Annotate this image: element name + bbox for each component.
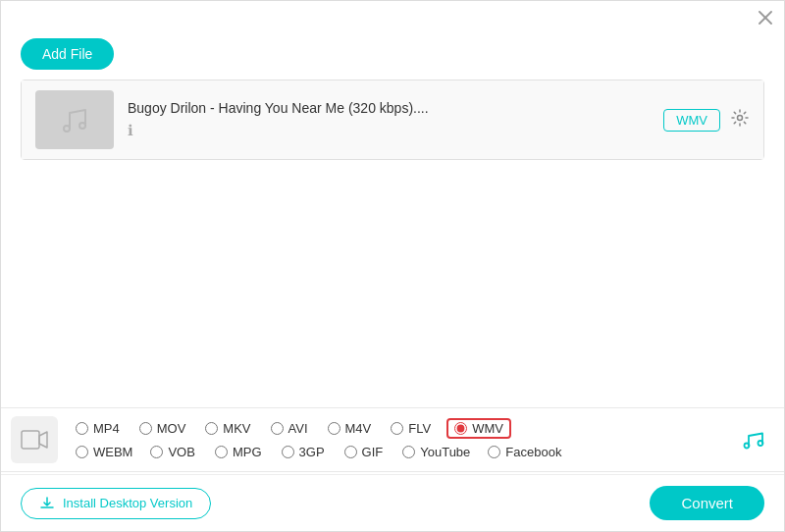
format-option-flv[interactable]: FLV	[387, 418, 435, 439]
music-icon	[56, 101, 93, 138]
format-option-mkv[interactable]: MKV	[201, 418, 254, 439]
format-bar: MP4 MOV MKV AVI M4V FLV WMV	[1, 407, 784, 472]
format-radio-facebook[interactable]	[488, 446, 500, 458]
convert-button[interactable]: Convert	[650, 486, 764, 520]
format-option-mpg[interactable]: MPG	[211, 443, 266, 461]
format-options-grid: MP4 MOV MKV AVI M4V FLV WMV	[72, 418, 727, 461]
format-option-m4v[interactable]: M4V	[324, 418, 376, 439]
settings-icon[interactable]	[730, 108, 750, 133]
format-radio-3gp[interactable]	[282, 446, 294, 458]
format-option-webm[interactable]: WEBM	[72, 443, 136, 461]
download-icon	[39, 496, 55, 511]
toolbar: Add File	[1, 32, 784, 80]
format-row-2: WEBM VOB MPG 3GP GIF YouTube Facebook	[72, 443, 727, 461]
format-option-gif[interactable]: GIF	[340, 443, 388, 461]
format-option-avi[interactable]: AVI	[267, 418, 312, 439]
format-radio-avi[interactable]	[271, 422, 284, 435]
add-file-button[interactable]: Add File	[21, 38, 114, 70]
format-radio-m4v[interactable]	[328, 422, 340, 435]
file-thumbnail	[35, 90, 114, 149]
format-row-1: MP4 MOV MKV AVI M4V FLV WMV	[72, 418, 727, 439]
install-desktop-button[interactable]: Install Desktop Version	[21, 488, 211, 519]
file-item: Bugoy Drilon - Having You Near Me (320 k…	[22, 80, 763, 159]
svg-point-6	[745, 444, 750, 449]
format-option-youtube[interactable]: YouTube	[398, 443, 474, 461]
format-radio-mpg[interactable]	[215, 446, 228, 458]
format-radio-youtube[interactable]	[402, 446, 415, 458]
title-bar	[1, 1, 784, 32]
file-list: Bugoy Drilon - Having You Near Me (320 k…	[21, 80, 764, 160]
format-radio-mp4[interactable]	[76, 422, 88, 435]
svg-rect-5	[22, 431, 39, 449]
format-option-3gp[interactable]: 3GP	[278, 443, 329, 461]
format-radio-gif[interactable]	[344, 446, 357, 458]
format-badge[interactable]: WMV	[663, 109, 720, 132]
format-option-mp4[interactable]: MP4	[72, 418, 124, 439]
format-option-mov[interactable]: MOV	[135, 418, 190, 439]
info-icon[interactable]: ℹ	[128, 122, 133, 138]
format-option-wmv[interactable]: WMV	[446, 418, 511, 439]
format-radio-mov[interactable]	[139, 422, 152, 435]
svg-point-7	[759, 441, 763, 446]
format-radio-vob[interactable]	[150, 446, 163, 458]
svg-point-2	[64, 126, 70, 132]
format-option-facebook[interactable]: Facebook	[484, 443, 565, 461]
video-format-icon	[11, 416, 58, 463]
file-info: Bugoy Drilon - Having You Near Me (320 k…	[114, 100, 663, 139]
svg-point-3	[79, 123, 85, 129]
format-option-vob[interactable]: VOB	[146, 443, 198, 461]
format-radio-flv[interactable]	[391, 422, 403, 435]
file-actions: WMV	[663, 108, 750, 133]
svg-point-4	[738, 115, 743, 120]
file-name: Bugoy Drilon - Having You Near Me (320 k…	[128, 100, 663, 116]
audio-icon	[735, 420, 774, 459]
action-bar: Install Desktop Version Convert	[1, 474, 784, 531]
format-radio-wmv[interactable]	[454, 422, 467, 435]
close-button[interactable]	[757, 9, 774, 27]
format-radio-webm[interactable]	[76, 446, 88, 458]
format-radio-mkv[interactable]	[205, 422, 218, 435]
